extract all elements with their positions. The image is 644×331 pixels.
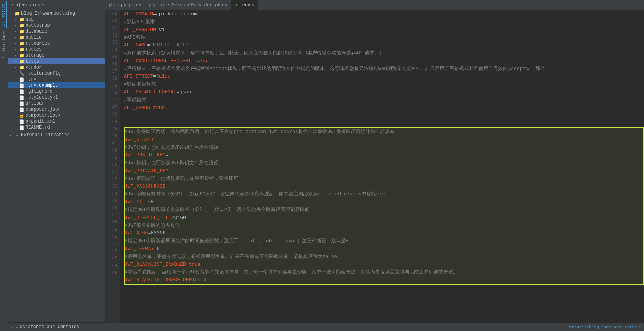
tree-root[interactable]: ▾ 📁 blog E:\wwwroot\blog [8,10,105,16]
line-number-55: 55 [107,198,117,205]
tree-item-app[interactable]: ▾ 📁 app [8,16,105,22]
eq-sign: = [153,73,156,81]
tree-item-storage[interactable]: ▸ 📁 storage [8,52,105,58]
minimize-icon[interactable]: − [42,2,44,8]
root-folder-icon: 📁 [14,11,20,16]
line-number-53: 53 [107,183,117,190]
key-API_NAME: API_NAME [124,42,147,49]
eq-sign: = [165,151,168,159]
code-line-62: #黑名单宽限期，当用同一个JWT发出多个并发请求时，由于每一个请求都会再生令牌，… [124,268,644,276]
tree-item-external-libraries[interactable]: ▸ ≡ External Libraries [8,132,105,138]
key-JWT_PUBLIC_KEY: JWT_PUBLIC_KEY [125,151,165,159]
line-number-37: 37 [107,68,117,75]
line-number-35: 35 [107,54,117,61]
bootstrap-arrow: ▸ [14,24,19,28]
tree-item-env-example[interactable]: 📄 .env.example [8,82,105,88]
val-API_NAME: "KIM PHP API" [150,42,188,49]
tree-item-env[interactable]: 📄 .env [8,76,105,82]
val-API_DOMAIN: api.kimphp.com [156,10,197,18]
tab-lumen-provider[interactable]: php LumenServiceProvider.php ✕ [145,0,231,10]
code-line-44: #JWT身份验证密钥，添加完配置后，执行以下命令php artisan jwt:… [124,127,644,136]
eq-sign: = [168,167,171,175]
tree-item-readme[interactable]: 📄 README.md [8,124,105,130]
val-API_VERSION: v1 [159,26,165,34]
lumen-close[interactable]: ✕ [225,3,227,7]
collapse-icon[interactable]: ⇦ [37,2,40,8]
val-JWT_LEEWAY: 0 [157,245,160,253]
code-line-43 [124,120,644,127]
settings-icon[interactable]: ⚙ [33,2,36,8]
code-line-56: #JWT签名令牌的哈希算法 [124,222,644,230]
code-line-48: #JWT私钥，也可以是JWT私钥文件所在路径 [124,159,644,167]
app-php-close[interactable]: ✕ [139,3,141,7]
val-JWT_BLACKLIST_GRACE_PERIOD: 0 [204,276,207,284]
key-JWT_LEEWAY: JWT_LEEWAY [125,245,154,253]
routes-folder-icon: 📁 [19,47,25,52]
tree-item-tests[interactable]: ▸ 📁 tests [8,58,105,64]
tab-app-php-label: app.php [118,3,137,8]
key-JWT_SECRET: JWT_SECRET [125,136,154,144]
tree-item-resources[interactable]: ▸ 📁 resources [8,40,105,46]
key-API_STRICT: API_STRICT [124,73,153,81]
app-arrow: ▾ [14,18,19,22]
line-number-46: 46 [107,133,117,140]
tree-item-phpunit[interactable]: 📄 phpunit.xml [8,118,105,124]
comment-text: #API名称 [124,34,145,42]
status-bar: https://blog.csdn.net/urmliyc [105,323,644,331]
comment-text: #严格模式（严格模式将要求客户端发送Accept标头，而不是默认使用配置文件中指… [124,65,545,73]
code-line-47: JWT_PUBLIC_KEY= [124,151,644,159]
database-arrow: ▸ [14,30,19,34]
tree-item-routes[interactable]: ▸ 📁 routes [8,46,105,52]
ext-label: External Libraries [21,132,70,138]
line-number-50: 50 [107,162,117,169]
val-JWT_ALGO: HS256 [151,229,165,237]
tab-env[interactable]: ● .env ✕ [231,0,258,10]
line-number-59: 59 [107,226,117,234]
readme-icon: 📄 [19,125,25,130]
tree-item-composer-lock[interactable]: 🔒 composer.lock [8,112,105,118]
comment-text: #默认API版本 [124,18,155,26]
tree-item-gitignore[interactable]: 📄 .gitignore [8,88,105,94]
tree-item-editorconfig[interactable]: 🔧 .editorconfig [8,70,105,76]
line-number-45: 45 [107,126,117,133]
ext-icon: ≡ [14,133,20,137]
line-number-60: 60 [107,234,117,241]
eq-sign: = [191,57,194,65]
structure-tab[interactable]: 2: Structure [1,29,7,61]
editorconfig-icon: 🔧 [19,71,25,76]
line-number-51: 51 [107,169,117,176]
eq-sign: = [168,214,171,222]
code-area[interactable]: API_DOMAIN=api.kimphp.com#默认API版本API_VER… [121,10,644,323]
project-tab[interactable]: 1: Project [1,1,7,28]
dropdown-icon[interactable]: ▾ [29,3,32,7]
code-line-51: JWT_PASSPHRASE= [124,183,644,191]
tree-item-database[interactable]: ▸ 📁 database [8,28,105,34]
tab-app-php[interactable]: php app.php ✕ [105,0,145,10]
tree-item-public[interactable]: ▸ 📁 public [8,34,105,40]
key-API_VERSION: API_VERSION [124,26,156,34]
tree-item-composer-json[interactable]: 📄 composer.json [8,106,105,112]
editor-content[interactable]: 2930313233343536373839404142434445464748… [105,10,644,323]
env-example-icon: 📄 [19,83,25,88]
tree-item-vendor[interactable]: ▸ 📁 vendor [8,64,105,70]
code-line-52: #JWT令牌有效时长（分钟），默认60分钟，留空则代表令牌永不过期，如果留空则必… [124,190,644,198]
tree-item-styleci[interactable]: 📄 .styleci.yml [8,94,105,100]
artisan-icon: 📄 [19,101,25,106]
env-close[interactable]: ✕ [252,3,254,7]
root-label: blog E:\wwwroot\blog [21,11,75,16]
tree-item-artisan[interactable]: 📄 artisan [8,100,105,106]
line-number-65: 65 [107,270,117,277]
editor-area: php app.php ✕ php LumenServiceProvider.p… [105,0,644,331]
app-label: app [26,17,34,22]
comment-text: #JWT签名令牌的哈希算法 [125,222,180,230]
vendor-arrow: ▸ [14,66,19,70]
scratches-consoles-item[interactable]: ▸ ✏ Scratches and Consoles [8,324,105,330]
editor-tabs: php app.php ✕ php LumenServiceProvider.p… [105,0,644,10]
line-number-44: 44 [107,118,117,126]
tree-item-bootstrap[interactable]: ▸ 📁 bootstrap [8,22,105,28]
status-url: https://blog.csdn.net/urmliyc [569,325,641,330]
code-line-36: #严格模式（严格模式将要求客户端发送Accept标头，而不是默认使用配置文件中指… [124,65,644,73]
code-line-35: API_CONDITIONAL_REQUEST=false [124,57,644,65]
sidebar-toolbar: ⚙ ⇦ − [33,2,44,8]
eq-sign: = [150,104,153,112]
